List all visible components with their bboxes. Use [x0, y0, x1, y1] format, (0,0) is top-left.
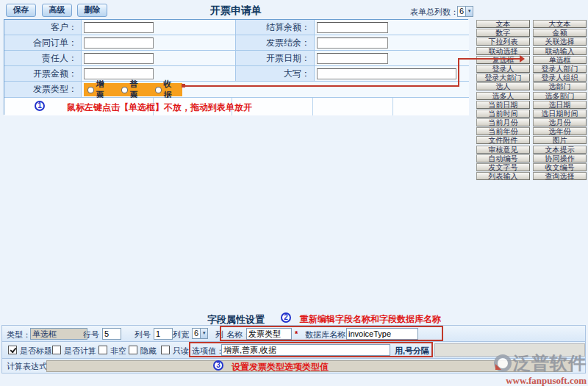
col-number-input[interactable] [154, 328, 173, 340]
step-3-badge: 3 [213, 360, 223, 371]
vendor-website: www.fanpusoft.com [475, 375, 587, 386]
palette-button[interactable]: 选月份 [533, 118, 587, 126]
palette-button[interactable]: 收文编号 [533, 163, 587, 171]
chevron-down-icon[interactable]: ▼ [465, 7, 473, 16]
vendor-watermark: 泛普软件 www.fanpusoft.com [475, 351, 587, 386]
palette-button[interactable]: 关联选择 [533, 37, 587, 46]
responsible-person-input[interactable] [84, 53, 154, 64]
vendor-name: 泛普软件 [513, 351, 587, 375]
palette-button[interactable]: 金额 [533, 29, 587, 37]
save-button[interactable]: 保存 [6, 4, 36, 17]
hidden-checkbox[interactable] [129, 346, 137, 354]
type-value-input [30, 328, 87, 340]
is-calculated-checkbox[interactable] [52, 346, 61, 354]
delete-button[interactable]: 删除 [77, 4, 107, 17]
invoice-date-input[interactable] [317, 53, 388, 64]
radio-icon[interactable] [121, 87, 128, 93]
options-value-label: 选项值： [192, 346, 224, 357]
col-width-value: 6 [193, 329, 200, 338]
options-note-text: 设置发票类型选项类型值 [232, 361, 329, 374]
grid-divider [312, 98, 313, 115]
palette-button[interactable]: 审核意见 [476, 146, 530, 154]
total-columns-select[interactable]: 6 ▼ [457, 6, 473, 17]
palette-button[interactable]: 当前日期 [476, 101, 530, 109]
invoice-balance-input[interactable] [317, 37, 388, 49]
palette-button[interactable]: 选多部门 [533, 92, 587, 100]
separator-hint: 用,号分隔 [395, 346, 429, 357]
palette-button[interactable]: 文件附件 [476, 136, 530, 144]
col-width-unit: 列 [215, 329, 223, 340]
connector-arrow-icon [520, 55, 525, 62]
col-width-select[interactable]: 6 ▼ [192, 328, 208, 339]
db-name-input[interactable] [346, 328, 418, 340]
hidden-label: 隐藏 [140, 346, 157, 357]
palette-button[interactable]: 登录大部门 [476, 74, 530, 82]
palette-button[interactable]: 当前月份 [476, 118, 530, 126]
palette-button[interactable]: 查询选择 [533, 172, 587, 180]
grid-divider [392, 98, 393, 115]
radio-icon[interactable] [87, 87, 94, 93]
row-number-input[interactable] [102, 328, 121, 340]
settlement-balance-label: 结算余额： [236, 20, 315, 35]
palette-button[interactable]: 联动选择 [476, 47, 530, 55]
connector-line [184, 85, 459, 87]
amount-in-words-label: 大写： [236, 66, 315, 82]
palette-button[interactable]: 数字 [476, 29, 530, 37]
settlement-balance-input[interactable] [317, 22, 388, 33]
palette-button[interactable]: 当前年份 [476, 127, 530, 135]
required-mark: * [295, 329, 298, 338]
palette-button[interactable]: 联动输入 [533, 47, 587, 55]
palette-button[interactable]: 列表输入 [476, 172, 530, 180]
palette-button-radio[interactable]: 单选框 [533, 56, 587, 64]
total-columns-value: 6 [458, 7, 465, 16]
amount-in-words-input[interactable] [317, 68, 456, 79]
readonly-checkbox[interactable] [161, 346, 170, 354]
palette-button[interactable]: 文本提示 [533, 146, 587, 154]
step-1-badge: 1 [35, 101, 45, 111]
palette-button[interactable]: 登录人 [476, 65, 530, 73]
page-title: 开票申请单 [177, 4, 295, 18]
palette-button[interactable]: 登录人组织 [533, 74, 587, 82]
chevron-down-icon[interactable]: ▼ [200, 329, 207, 338]
palette-button[interactable]: 图片 [533, 136, 587, 144]
palette-button[interactable]: 协同操作 [533, 154, 587, 162]
palette-button[interactable]: 选日期 [533, 101, 587, 109]
palette-button[interactable]: 大文本 [533, 20, 587, 28]
invoice-form-grid: 客户： 结算余额： 合同订单： 发票结余： 责任人： 开票日期： 开票金额： 大… [4, 19, 468, 115]
customer-input[interactable] [84, 22, 154, 33]
options-value-input[interactable] [221, 344, 390, 356]
invoice-amount-input[interactable] [84, 68, 154, 79]
is-title-checkbox[interactable] [8, 346, 17, 354]
palette-button[interactable]: 文本 [476, 20, 530, 28]
not-null-checkbox[interactable] [98, 346, 107, 354]
fanpu-logo-icon [494, 354, 512, 372]
invoice-amount-label: 开票金额： [4, 66, 82, 82]
palette-button[interactable]: 选多人 [476, 92, 530, 100]
radio-icon[interactable] [155, 87, 162, 93]
connector-line [458, 59, 459, 87]
field-name-input[interactable] [246, 328, 292, 340]
drag-hint-text: 鼠标左键点击【单选框】不放，拖动到表单放开 [67, 101, 252, 114]
responsible-person-label: 责任人： [4, 51, 82, 66]
form-designer-window: 保存 高级 删除 开票申请单 表单总列数： 6 ▼ 客户： 结算余额： 合同订单… [0, 0, 588, 386]
not-null-label: 非空 [110, 346, 126, 357]
properties-row-1: 类型： 行号： 列号： 列宽： 6 ▼ 列 名称： * 数据库名称： [1, 325, 586, 342]
palette-button[interactable]: 登录人部门 [533, 65, 587, 73]
palette-button[interactable]: 选部门 [533, 82, 587, 90]
invoice-balance-label: 发票结余： [236, 35, 315, 51]
contract-order-label: 合同订单： [4, 35, 82, 51]
invoice-date-label: 开票日期： [236, 51, 315, 66]
palette-button[interactable]: 自动编号 [476, 154, 530, 162]
palette-button[interactable]: 选日期时间 [533, 110, 587, 118]
rename-note-text: 重新编辑字段名称和字段数据库名称 [300, 313, 441, 326]
contract-order-input[interactable] [84, 37, 154, 49]
type-label: 类型： [7, 329, 31, 340]
palette-button[interactable]: 当前时间 [476, 110, 530, 118]
palette-button[interactable]: 下拉列表 [476, 37, 530, 46]
invoice-type-label: 发票类型： [4, 82, 82, 98]
palette-button[interactable]: 发文字号 [476, 163, 530, 171]
advanced-button[interactable]: 高级 [42, 4, 72, 17]
palette-button[interactable]: 选人 [476, 82, 530, 90]
invoice-type-radio-group: 增票 普票 收据 [84, 83, 182, 96]
palette-button[interactable]: 选年份 [533, 127, 587, 135]
